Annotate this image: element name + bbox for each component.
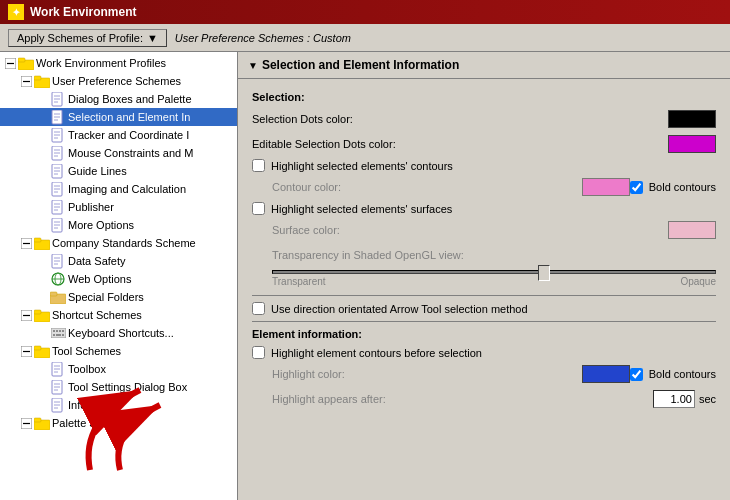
highlight-color-label: Highlight color: [272, 368, 582, 380]
tree-item-tracker-coord[interactable]: Tracker and Coordinate I [0, 126, 237, 144]
tree-icon-page [50, 199, 66, 215]
tree-expand-icon[interactable] [2, 55, 18, 71]
tree-icon-folder [18, 55, 34, 71]
slider-labels: Transparent Opaque [272, 276, 716, 287]
highlight-appears-label: Highlight appears after: [272, 393, 653, 405]
tree-icon-page [50, 163, 66, 179]
tree-item-mouse-constraints[interactable]: Mouse Constraints and M [0, 144, 237, 162]
tree-item-web-options[interactable]: Web Options [0, 270, 237, 288]
editable-selection-dots-color-box[interactable] [668, 135, 716, 153]
section-header: ▼ Selection and Element Information [238, 52, 730, 79]
section-collapse-icon[interactable]: ▼ [248, 60, 258, 71]
selection-dots-color-box[interactable] [668, 110, 716, 128]
highlight-contours-row: Highlight selected elements' contours [252, 159, 716, 172]
tree-item-label: Shortcut Schemes [52, 309, 142, 321]
tree-icon-folder [34, 235, 50, 251]
tree-icon-folder [34, 307, 50, 323]
highlight-surfaces-checkbox[interactable] [252, 202, 265, 215]
tree-item-label: Data Safety [68, 255, 125, 267]
tree-item-label: Info Box [68, 399, 108, 411]
bold-contours-checkbox[interactable] [630, 181, 643, 194]
tree-item-shortcut-schemes[interactable]: Shortcut Schemes [0, 306, 237, 324]
tree-icon-folder [34, 73, 50, 89]
transparency-slider-track[interactable] [272, 270, 716, 274]
tree-expand-icon [34, 145, 50, 161]
svg-rect-61 [62, 330, 64, 332]
apply-schemes-button[interactable]: Apply Schemes of Profile: ▼ [8, 29, 167, 47]
tree-item-label: Dialog Boxes and Palette [68, 93, 192, 105]
tree-item-tool-schemes[interactable]: Tool Schemes [0, 342, 237, 360]
tree-item-data-safety[interactable]: Data Safety [0, 252, 237, 270]
tree-item-label: Mouse Constraints and M [68, 147, 193, 159]
tree-item-selection-element[interactable]: Selection and Element In [0, 108, 237, 126]
bold-contours-element-checkbox[interactable] [630, 368, 643, 381]
tree-expand-icon [34, 217, 50, 233]
surface-color-box [668, 221, 716, 239]
highlight-surfaces-label: Highlight selected elements' surfaces [271, 203, 452, 215]
tree-item-keyboard-shortcuts[interactable]: Keyboard Shortcuts... [0, 324, 237, 342]
svg-rect-52 [50, 292, 57, 296]
selection-group-label: Selection: [252, 91, 716, 103]
tree-item-label: Toolbox [68, 363, 106, 375]
svg-rect-62 [53, 334, 55, 336]
slider-row [272, 270, 716, 274]
tree-item-info-box[interactable]: Info Box [0, 396, 237, 414]
tree-icon-globe [50, 271, 66, 287]
tree-expand-icon[interactable] [18, 235, 34, 251]
tree-icon-folder [34, 415, 50, 431]
tree-item-guide-lines[interactable]: Guide Lines [0, 162, 237, 180]
sec-label: sec [699, 393, 716, 405]
surface-color-row: Surface color: [272, 220, 716, 240]
tree-expand-icon[interactable] [18, 415, 34, 431]
bold-contours-row: Bold contours [630, 181, 716, 194]
tree-item-tool-settings[interactable]: Tool Settings Dialog Box [0, 378, 237, 396]
title-bar-title: Work Environment [30, 5, 136, 19]
highlight-appears-row: Highlight appears after: sec [272, 389, 716, 409]
transparency-slider-thumb[interactable] [538, 265, 550, 281]
tree-icon-page [50, 145, 66, 161]
tree-item-label: Publisher [68, 201, 114, 213]
tree-item-dialog-boxes[interactable]: Dialog Boxes and Palette [0, 90, 237, 108]
transparency-label-row: Transparency in Shaded OpenGL view: [272, 245, 716, 265]
tree-icon-page [50, 217, 66, 233]
tree-item-work-env-profiles[interactable]: Work Environment Profiles [0, 54, 237, 72]
highlight-appears-input[interactable] [653, 390, 695, 408]
tree-item-user-pref-schemes[interactable]: User Preference Schemes [0, 72, 237, 90]
tree-item-label: Imaging and Calculation [68, 183, 186, 195]
tree-item-label: Work Environment Profiles [36, 57, 166, 69]
use-direction-arrow-label: Use direction orientated Arrow Tool sele… [271, 303, 528, 315]
tree-item-toolbox[interactable]: Toolbox [0, 360, 237, 378]
tree-expand-icon [34, 325, 50, 341]
tree-item-more-options[interactable]: More Options [0, 216, 237, 234]
tree-expand-icon[interactable] [18, 343, 34, 359]
highlight-color-row: Highlight color: Bold contours [272, 364, 716, 384]
bold-contours-label: Bold contours [649, 181, 716, 193]
tree-item-company-standards[interactable]: Company Standards Scheme [0, 234, 237, 252]
tree-item-special-folders[interactable]: Special Folders [0, 288, 237, 306]
tree-item-label: User Preference Schemes [52, 75, 181, 87]
highlight-contours-checkbox[interactable] [252, 159, 265, 172]
highlight-before-selection-checkbox[interactable] [252, 346, 265, 359]
tree-item-imaging-calc[interactable]: Imaging and Calculation [0, 180, 237, 198]
tree-icon-page [50, 397, 66, 413]
svg-rect-84 [34, 418, 41, 422]
tree-expand-icon[interactable] [18, 307, 34, 323]
use-direction-arrow-checkbox[interactable] [252, 302, 265, 315]
svg-rect-68 [34, 346, 41, 350]
tree-expand-icon[interactable] [18, 73, 34, 89]
transparency-label: Transparency in Shaded OpenGL view: [272, 249, 716, 261]
tree-item-label: Web Options [68, 273, 131, 285]
tree-icon-folder-small [50, 289, 66, 305]
tree-expand-icon [34, 397, 50, 413]
highlight-contours-label: Highlight selected elements' contours [271, 160, 453, 172]
selection-dots-label: Selection Dots color: [252, 113, 668, 125]
svg-rect-43 [34, 238, 41, 242]
svg-rect-60 [59, 330, 61, 332]
editable-selection-dots-label: Editable Selection Dots color: [252, 138, 668, 150]
svg-rect-7 [34, 76, 41, 80]
tree-item-publisher[interactable]: Publisher [0, 198, 237, 216]
tree-item-palette-schemes[interactable]: Palette Schemes [0, 414, 237, 432]
tree-icon-page [50, 91, 66, 107]
tree-expand-icon [34, 91, 50, 107]
editable-selection-dots-row: Editable Selection Dots color: [252, 134, 716, 154]
